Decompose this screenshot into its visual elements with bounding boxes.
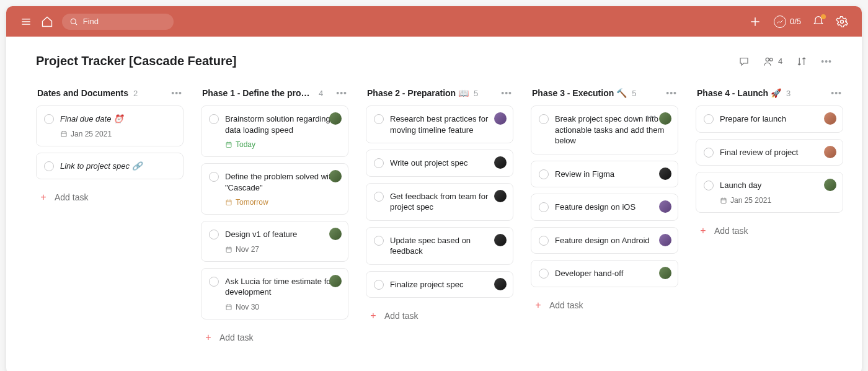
sort-button[interactable] [796, 56, 807, 67]
task-card[interactable]: Update spec based on feedback [366, 227, 513, 265]
add-task-button[interactable]: +Add task [531, 293, 678, 317]
complete-checkbox[interactable] [44, 114, 54, 124]
assignee-avatar[interactable] [659, 234, 671, 246]
column-count: 4 [319, 89, 323, 98]
task-card[interactable]: Get feedback from team for project spec [366, 183, 513, 221]
task-more-button[interactable]: ••• [646, 112, 657, 122]
task-card[interactable]: Feature design on Android [531, 227, 678, 254]
task-card[interactable]: Review in Figma [531, 161, 678, 188]
home-icon[interactable] [41, 16, 53, 28]
column-header: Phase 3 - Execution 🔨5••• [531, 84, 678, 105]
task-card[interactable]: Break project spec down into actionable … [531, 105, 678, 154]
complete-checkbox[interactable] [374, 280, 384, 290]
column-more-button[interactable]: ••• [501, 88, 512, 98]
plus-icon: + [533, 300, 543, 311]
column-title: Phase 3 - Execution 🔨 [532, 88, 627, 98]
task-title: Design v1 of feature [225, 229, 340, 240]
complete-checkbox[interactable] [374, 192, 384, 202]
column-header: Phase 1 - Define the proble...4••• [201, 84, 348, 105]
task-title: Developer hand-off [555, 268, 670, 279]
task-card[interactable]: Design v1 of featureNov 27 [201, 221, 348, 262]
search-input[interactable] [83, 17, 166, 26]
complete-checkbox[interactable] [209, 172, 219, 182]
project-more-button[interactable]: ••• [821, 56, 832, 66]
column-title: Phase 4 - Launch 🚀 [697, 88, 781, 98]
assignee-avatar[interactable] [494, 278, 507, 290]
add-task-label: Add task [55, 192, 88, 202]
task-card[interactable]: Define the problem solved with "Cascade"… [201, 163, 348, 215]
complete-checkbox[interactable] [539, 236, 549, 246]
assignee-avatar[interactable] [659, 112, 671, 125]
add-task-button[interactable]: +Add task [36, 186, 184, 209]
comment-button[interactable] [738, 56, 750, 67]
complete-checkbox[interactable] [539, 269, 549, 279]
assignee-avatar[interactable] [824, 179, 836, 191]
assignee-avatar[interactable] [329, 112, 342, 125]
task-date: Jan 25 2021 [60, 130, 175, 138]
complete-checkbox[interactable] [209, 277, 219, 287]
task-card[interactable]: Link to project spec 🔗 [36, 153, 184, 180]
add-task-button[interactable]: +Add task [201, 326, 348, 349]
complete-checkbox[interactable] [704, 114, 714, 124]
task-card[interactable]: Ask Lucia for time estimate for developm… [201, 268, 348, 320]
notification-dot [821, 14, 826, 19]
add-task-button[interactable]: +Add task [366, 304, 513, 328]
task-title: Feature design on Android [555, 235, 670, 246]
task-card[interactable]: Brainstorm solution regarding data loadi… [201, 105, 348, 157]
complete-checkbox[interactable] [374, 236, 384, 246]
task-card[interactable]: Launch dayJan 25 2021 [696, 172, 843, 213]
complete-checkbox[interactable] [209, 114, 219, 124]
complete-checkbox[interactable] [209, 230, 219, 239]
task-card[interactable]: Research best practices for moving timel… [366, 105, 513, 143]
complete-checkbox[interactable] [374, 114, 384, 124]
column-more-button[interactable]: ••• [336, 88, 347, 98]
assignee-avatar[interactable] [659, 168, 671, 180]
column-title: Dates and Documents [37, 88, 128, 98]
task-date: Nov 27 [225, 245, 340, 254]
task-card[interactable]: Final review of project [696, 139, 843, 166]
task-card[interactable]: Write out project spec [366, 150, 513, 177]
assignee-avatar[interactable] [494, 190, 507, 202]
add-button[interactable] [748, 14, 763, 29]
column-more-button[interactable]: ••• [831, 88, 842, 98]
add-task-button[interactable]: +Add task [696, 219, 843, 243]
task-card[interactable]: Prepare for launch [696, 105, 843, 133]
plus-icon: + [203, 332, 213, 343]
task-title: Update spec based on feedback [390, 235, 505, 257]
plus-icon: + [38, 192, 48, 203]
task-date: Jan 25 2021 [720, 196, 835, 205]
column-count: 2 [133, 89, 138, 98]
complete-checkbox[interactable] [704, 148, 714, 158]
svg-line-4 [75, 23, 77, 25]
complete-checkbox[interactable] [374, 158, 384, 168]
task-card[interactable]: Final due date ⏰Jan 25 2021 [36, 105, 184, 146]
assignee-avatar[interactable] [824, 112, 836, 125]
complete-checkbox[interactable] [539, 114, 549, 124]
column-more-button[interactable]: ••• [171, 88, 182, 98]
task-title: Link to project spec 🔗 [60, 161, 175, 172]
column-more-button[interactable]: ••• [666, 88, 677, 98]
complete-checkbox[interactable] [539, 169, 549, 179]
members-button[interactable]: 4 [763, 56, 782, 67]
svg-point-3 [71, 19, 76, 24]
task-title: Review in Figma [555, 169, 670, 180]
assignee-avatar[interactable] [329, 170, 342, 182]
task-card[interactable]: Finalize project spec [366, 271, 513, 298]
task-card[interactable]: Feature design on iOS [531, 194, 678, 221]
search-box[interactable] [62, 14, 174, 30]
assignee-avatar[interactable] [329, 275, 342, 287]
complete-checkbox[interactable] [704, 181, 714, 190]
assignee-avatar[interactable] [494, 234, 507, 246]
goals-pill[interactable]: 0/5 [774, 16, 801, 28]
task-title: Final review of project [720, 147, 835, 158]
complete-checkbox[interactable] [539, 202, 549, 212]
complete-checkbox[interactable] [44, 161, 54, 171]
assignee-avatar[interactable] [494, 156, 507, 169]
assignee-avatar[interactable] [824, 146, 836, 158]
settings-gear-icon[interactable] [836, 16, 848, 28]
notifications-icon[interactable] [812, 16, 825, 28]
assignee-avatar[interactable] [494, 112, 507, 125]
hamburger-menu-icon[interactable] [20, 16, 32, 28]
svg-rect-10 [61, 132, 66, 136]
task-card[interactable]: Developer hand-off [531, 260, 678, 287]
